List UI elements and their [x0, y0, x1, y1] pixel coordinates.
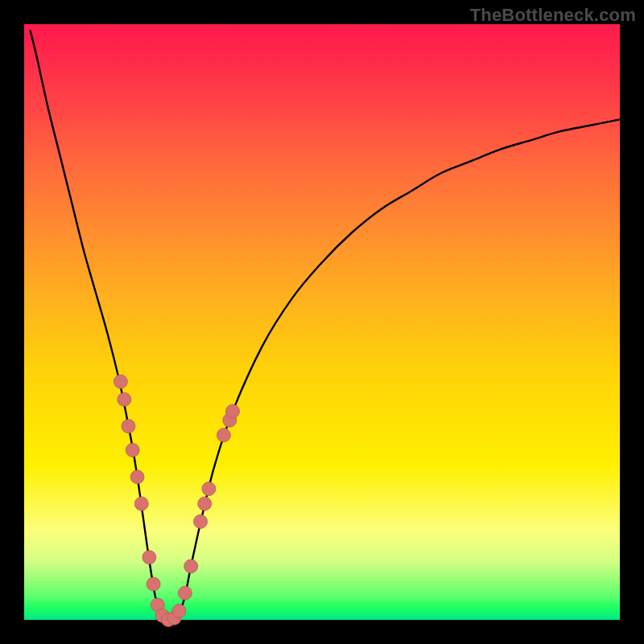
curve-marker — [226, 405, 240, 419]
outer-frame: TheBottleneck.com — [0, 0, 644, 644]
watermark-text: TheBottleneck.com — [470, 5, 636, 26]
curve-marker — [142, 551, 156, 564]
bottleneck-curve — [30, 30, 620, 621]
curve-marker — [130, 470, 144, 484]
curve-marker — [147, 577, 160, 591]
curve-marker — [126, 444, 139, 457]
curve-marker — [178, 586, 192, 600]
curve-marker — [134, 497, 148, 510]
curve-marker — [202, 482, 216, 496]
curve-marker — [114, 375, 127, 389]
curve-marker — [118, 393, 131, 407]
curve-marker — [122, 419, 135, 433]
curve-marker — [172, 604, 186, 617]
curve-marker — [194, 514, 208, 528]
chart-overlay — [24, 24, 620, 620]
curve-markers — [114, 375, 239, 627]
curve-marker — [217, 428, 230, 442]
curve-marker — [184, 559, 198, 573]
curve-marker — [198, 497, 212, 510]
